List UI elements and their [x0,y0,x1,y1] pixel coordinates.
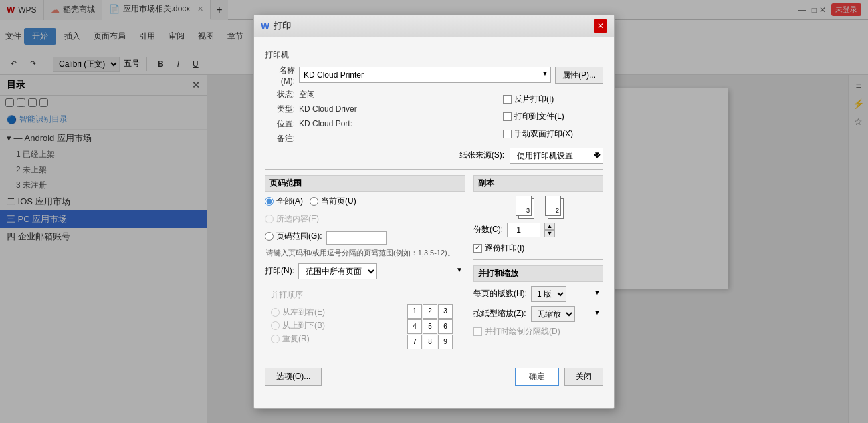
page-range-title: 页码范围 [265,175,465,192]
copy-stack-2: 2 [545,196,561,216]
reverse-print-text: 反片打印(I) [514,94,554,105]
reverse-print-label[interactable]: 反片打印(I) [503,94,603,105]
selection-text: 所选内容(E) [276,213,319,225]
pages-select[interactable]: 1 版 [531,286,566,302]
selection-label: 所选内容(E) [265,213,319,225]
left-column: 页码范围 全部(A) 当前页(U) [265,175,465,354]
confirm-btn[interactable]: 确定 [515,368,559,386]
divider1 [265,169,603,170]
current-page-text: 当前页(U) [321,196,356,207]
name-label: 名称(M): [265,65,295,86]
range-radio-row2: 所选内容(E) [265,213,465,228]
right-column: 副本 3 2 份数(C): [473,175,603,354]
all-pages-text: 全部(A) [276,196,303,207]
copies-inc-btn[interactable]: ▲ [544,223,555,230]
custom-range-text: 页码范围(G): [276,231,322,242]
print-to-file-text: 打印到文件(L) [514,111,564,122]
options-btn[interactable]: 选项(O)... [265,368,322,386]
grid-2: 2 [423,304,437,319]
zoom-section-title: 并打和缩放 [473,265,603,282]
duplex-label[interactable]: 手动双面打印(X) [503,128,603,140]
printer-properties-btn[interactable]: 属性(P)... [555,67,603,84]
type-row: 类型: KD Cloud Driver [265,104,496,115]
collate-row[interactable]: 逐份打印(I) [473,243,603,254]
copy-front-1: 3 [516,196,532,216]
print-dropdown-arrow: ▼ [456,266,463,273]
printer-select[interactable]: KD Cloud Printer [299,67,551,83]
grid-8: 8 [423,335,437,349]
scale-select[interactable]: 无缩放 [531,306,575,322]
repeat-sort-text: 重复(R) [282,333,310,345]
range-text-input[interactable] [326,231,387,245]
print-dialog: W 打印 ✕ 打印机 名称(M): KD Cloud Printer ▼ 属性(… [253,15,615,409]
copies-count-label: 份数(C): [473,224,503,235]
copy-stack-1: 3 [516,196,532,216]
pages-label: 每页的版数(H): [473,288,527,299]
print-dropdown-row: 打印(N): 范围中所有页面 ▼ [265,263,465,279]
scale-label: 按纸型缩放(Z): [473,308,527,319]
tb-sort-text: 从上到下(B) [282,320,325,331]
copies-spinner: ▲ ▼ [544,223,555,237]
remark-label: 备注: [265,133,295,144]
sort-grid: 1 2 3 4 5 6 7 8 9 [407,304,453,349]
grid-6: 6 [438,319,453,334]
grid-9: 9 [438,335,453,349]
tb-sort-label: 从上到下(B) [271,320,325,331]
scale-dropdown-arrow: ▼ [594,309,601,316]
printer-name-row: 名称(M): KD Cloud Printer ▼ 属性(P)... [265,65,603,86]
dialog-title-icon: W [261,21,269,31]
two-col-section: 页码范围 全部(A) 当前页(U) [265,175,603,354]
printer-info-left: 状态: 空闲 类型: KD Cloud Driver 位置: KD Cloud … [265,89,496,148]
copies-dec-btn[interactable]: ▼ [544,230,555,237]
custom-range-radio[interactable] [265,232,274,241]
reverse-print-cb[interactable] [503,95,512,104]
collate-text: 逐份打印(I) [485,243,524,254]
printer-checkboxes: 反片打印(I) 打印到文件(L) 手动双面打印(X) [503,89,603,148]
footer-left: 选项(O)... [265,368,322,386]
dialog-overlay: W 打印 ✕ 打印机 名称(M): KD Cloud Printer ▼ 属性(… [0,0,868,423]
selection-radio [265,215,274,223]
grid-4: 4 [407,319,422,334]
grid-1: 1 [407,304,422,319]
tb-sort-radio [271,321,280,330]
print-dropdown-label: 打印(N): [265,265,294,277]
current-page-radio[interactable] [310,197,318,206]
current-page-label[interactable]: 当前页(U) [310,196,356,207]
all-pages-radio[interactable] [265,197,274,206]
dialog-close-x-btn[interactable]: ✕ [594,19,607,33]
type-label: 类型: [265,104,295,115]
grid-3: 3 [438,304,453,319]
drawline-text: 并打时绘制分隔线(D) [485,326,560,337]
custom-range-label[interactable]: 页码范围(G): [265,231,322,242]
grid-7: 7 [407,335,422,349]
drawline-cb [473,327,482,336]
status-row: 状态: 空闲 [265,89,496,100]
all-pages-label[interactable]: 全部(A) [265,196,303,207]
sort-section: 并打顺序 从左到右(E) 从上到下(B) [265,285,465,354]
lr-sort-text: 从左到右(E) [282,307,325,318]
close-dialog-btn[interactable]: 关闭 [564,368,603,386]
copies-icons: 3 2 [473,196,603,216]
copies-section-title: 副本 [473,175,603,192]
location-row: 位置: KD Cloud Port: [265,118,496,130]
copy-num-1: 3 [526,207,530,214]
copies-count-input[interactable] [507,223,540,237]
print-range-select[interactable]: 范围中所有页面 [298,263,377,279]
range-hint: 请键入页码和/或用逗号分隔的页码范围(例如：1,3,5-12)。 [265,248,465,258]
print-to-file-cb[interactable] [503,112,512,121]
lr-sort-label: 从左到右(E) [271,307,325,318]
status-value: 空闲 [299,89,315,100]
paper-source-select[interactable]: 使用打印机设置 [510,148,603,164]
drawline-row: 并打时绘制分隔线(D) [473,326,603,337]
copy-num-2: 2 [556,207,559,214]
sort-title: 并打顺序 [271,289,459,301]
duplex-cb[interactable] [503,130,512,138]
status-label: 状态: [265,89,295,100]
lr-sort-radio [271,308,280,317]
divider2 [473,259,603,260]
collate-cb[interactable] [473,244,482,253]
print-to-file-label[interactable]: 打印到文件(L) [503,111,603,122]
type-value: KD Cloud Driver [299,104,357,114]
location-value: KD Cloud Port: [299,119,352,128]
copies-count-row: 份数(C): ▲ ▼ [473,223,603,237]
